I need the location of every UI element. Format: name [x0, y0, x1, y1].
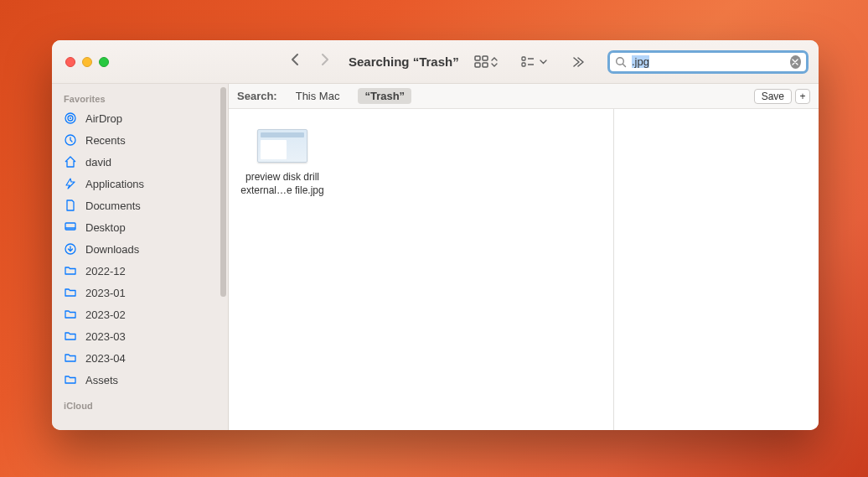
- sidebar-item-label: Desktop: [85, 221, 126, 234]
- scope-trash[interactable]: “Trash”: [358, 88, 411, 104]
- save-search-button[interactable]: Save: [754, 89, 792, 104]
- folder-icon: [64, 286, 77, 299]
- close-button[interactable]: [65, 57, 75, 67]
- svg-rect-0: [475, 56, 480, 60]
- svg-rect-6: [522, 63, 525, 66]
- clock-icon: [64, 133, 77, 147]
- folder-icon: [64, 308, 77, 321]
- results-pane[interactable]: preview disk drill external…e file.jpg: [229, 109, 614, 430]
- folder-icon: [64, 264, 77, 277]
- sidebar-item-folder[interactable]: 2023-04: [52, 347, 228, 369]
- sidebar-item-label: 2023-04: [85, 352, 126, 365]
- search-field-wrap: [607, 50, 809, 74]
- search-scope-bar: Search: This Mac “Trash” Save +: [229, 84, 819, 109]
- sidebar-item-documents[interactable]: Documents: [52, 194, 228, 216]
- clear-search-button[interactable]: [790, 55, 801, 69]
- main-area: Search: This Mac “Trash” Save + preview …: [229, 84, 819, 430]
- sidebar-item-label: Assets: [85, 374, 118, 386]
- sidebar-item-label: Downloads: [85, 243, 139, 256]
- save-group: Save +: [754, 89, 810, 104]
- group-button[interactable]: [521, 56, 547, 68]
- download-icon: [64, 242, 77, 256]
- sidebar-item-label: 2023-02: [85, 308, 126, 321]
- overflow-button[interactable]: [571, 57, 584, 67]
- file-thumbnail: [257, 129, 307, 163]
- desktop-icon: [64, 220, 77, 234]
- svg-line-9: [623, 64, 626, 66]
- airdrop-icon: [64, 111, 77, 125]
- sidebar-section-favorites: Favorites: [52, 91, 228, 107]
- window-title: Searching “Trash”: [349, 54, 459, 69]
- search-icon: [615, 56, 627, 68]
- fullscreen-button[interactable]: [99, 57, 109, 67]
- file-name: preview disk drill external…e file.jpg: [240, 171, 324, 197]
- search-input[interactable]: [632, 55, 785, 68]
- sidebar-item-label: AirDrop: [85, 112, 122, 125]
- finder-window: Searching “Trash” Favori: [52, 40, 819, 430]
- svg-rect-14: [65, 223, 75, 230]
- sidebar-item-desktop[interactable]: Desktop: [52, 216, 228, 238]
- sidebar-item-home[interactable]: david: [52, 151, 228, 173]
- sidebar-item-folder[interactable]: 2023-02: [52, 303, 228, 325]
- content-split: preview disk drill external…e file.jpg: [229, 109, 819, 430]
- sidebar-item-label: Recents: [85, 134, 126, 147]
- document-icon: [64, 199, 77, 212]
- sidebar-item-recents[interactable]: Recents: [52, 129, 228, 151]
- svg-point-12: [70, 117, 71, 119]
- sidebar-item-folder[interactable]: 2023-01: [52, 282, 228, 303]
- traffic-lights: [52, 57, 122, 67]
- apps-icon: [64, 177, 77, 190]
- sidebar-item-label: Applications: [85, 178, 144, 190]
- svg-rect-4: [522, 57, 525, 60]
- svg-rect-2: [475, 63, 480, 67]
- folder-icon: [64, 351, 77, 365]
- sidebar-item-label: 2023-03: [85, 330, 126, 343]
- sidebar-item-label: david: [85, 156, 111, 169]
- scope-this-mac[interactable]: This Mac: [289, 88, 347, 104]
- forward-button[interactable]: [320, 53, 330, 70]
- window-body: Favorites AirDrop Recents david Applicat…: [52, 84, 819, 430]
- svg-rect-1: [483, 56, 488, 60]
- add-criteria-button[interactable]: +: [795, 89, 810, 104]
- folder-icon: [64, 373, 77, 386]
- sidebar-item-label: 2023-01: [85, 287, 126, 299]
- sidebar-scrollbar[interactable]: [220, 87, 226, 297]
- sidebar: Favorites AirDrop Recents david Applicat…: [52, 84, 229, 430]
- back-button[interactable]: [290, 53, 300, 70]
- nav-buttons: [290, 53, 330, 70]
- search-label: Search:: [237, 90, 277, 102]
- sidebar-item-folder[interactable]: Assets: [52, 369, 228, 391]
- sidebar-item-label: 2022-12: [85, 265, 126, 277]
- sidebar-item-airdrop[interactable]: AirDrop: [52, 107, 228, 129]
- toolbar-right: [474, 50, 819, 74]
- folder-icon: [64, 329, 77, 343]
- sidebar-section-icloud: iCloud: [52, 397, 228, 414]
- minimize-button[interactable]: [82, 57, 92, 67]
- preview-pane: [614, 109, 819, 430]
- titlebar: Searching “Trash”: [52, 40, 819, 84]
- sidebar-item-applications[interactable]: Applications: [52, 173, 228, 194]
- sidebar-item-label: Documents: [85, 200, 141, 212]
- sidebar-item-folder[interactable]: 2023-03: [52, 325, 228, 347]
- file-item[interactable]: preview disk drill external…e file.jpg: [240, 129, 324, 197]
- svg-rect-3: [483, 63, 488, 67]
- icon-view-button[interactable]: [474, 55, 498, 69]
- sidebar-item-downloads[interactable]: Downloads: [52, 238, 228, 260]
- home-icon: [64, 155, 77, 169]
- sidebar-item-folder[interactable]: 2022-12: [52, 260, 228, 282]
